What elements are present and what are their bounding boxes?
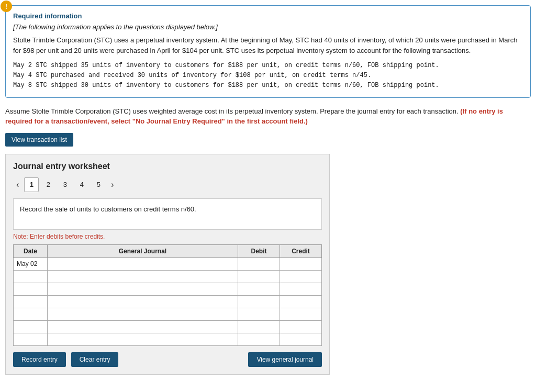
row-6-debit-cell[interactable] bbox=[238, 333, 280, 345]
row-6-journal-input[interactable] bbox=[48, 333, 238, 345]
next-tab-button[interactable]: › bbox=[108, 179, 117, 191]
row-3-credit-cell[interactable] bbox=[280, 295, 322, 308]
transaction-1: May 2 STC shipped 35 units of inventory … bbox=[13, 61, 523, 71]
row-5-credit-input[interactable] bbox=[280, 321, 321, 333]
table-row bbox=[14, 320, 322, 333]
row-0-journal-input[interactable] bbox=[48, 258, 238, 270]
col-header-credit: Credit bbox=[280, 244, 322, 257]
instructions: Assume Stolte Trimble Corporation (STC) … bbox=[5, 106, 531, 127]
record-entry-button[interactable]: Record entry bbox=[13, 352, 66, 367]
row-2-credit-cell[interactable] bbox=[280, 283, 322, 295]
row-2-debit-input[interactable] bbox=[238, 283, 280, 295]
row-2-journal-cell[interactable] bbox=[48, 283, 238, 295]
note-text: Note: Enter debits before credits. bbox=[13, 233, 322, 240]
transaction-3: May 8 STC shipped 30 units of inventory … bbox=[13, 81, 523, 91]
row-6-credit-cell[interactable] bbox=[280, 333, 322, 345]
tab-1[interactable]: 1 bbox=[24, 177, 39, 192]
row-5-journal-cell[interactable] bbox=[48, 320, 238, 333]
view-general-journal-button[interactable]: View general journal bbox=[248, 352, 322, 367]
row-3-journal-input[interactable] bbox=[48, 296, 238, 308]
col-header-journal: General Journal bbox=[48, 244, 238, 257]
row-1-date bbox=[14, 270, 48, 283]
row-1-credit-input[interactable] bbox=[280, 271, 321, 283]
row-5-journal-input[interactable] bbox=[48, 321, 238, 333]
worksheet-container: Journal entry worksheet ‹ 1 2 3 4 5 › Re… bbox=[5, 154, 330, 375]
row-0-credit-cell[interactable] bbox=[280, 257, 322, 270]
row-2-credit-input[interactable] bbox=[280, 283, 321, 295]
row-4-journal-input[interactable] bbox=[48, 308, 238, 320]
row-6-credit-input[interactable] bbox=[280, 333, 321, 345]
row-3-debit-input[interactable] bbox=[238, 296, 280, 308]
row-6-date bbox=[14, 333, 48, 345]
row-1-journal-cell[interactable] bbox=[48, 270, 238, 283]
row-1-credit-cell[interactable] bbox=[280, 270, 322, 283]
row-5-debit-cell[interactable] bbox=[238, 320, 280, 333]
table-row bbox=[14, 333, 322, 345]
row-5-debit-input[interactable] bbox=[238, 321, 280, 333]
row-3-date bbox=[14, 295, 48, 308]
row-4-debit-cell[interactable] bbox=[238, 308, 280, 320]
row-0-date: May 02 bbox=[14, 257, 48, 270]
table-row: May 02 bbox=[14, 257, 322, 270]
description-box: Record the sale of units to customers on… bbox=[13, 198, 322, 230]
warning-icon: ! bbox=[1, 1, 12, 12]
info-box: ! Required information [The following in… bbox=[5, 5, 531, 98]
row-3-journal-cell[interactable] bbox=[48, 295, 238, 308]
table-row bbox=[14, 270, 322, 283]
row-1-journal-input[interactable] bbox=[48, 271, 238, 283]
row-6-journal-cell[interactable] bbox=[48, 333, 238, 345]
row-0-debit-input[interactable] bbox=[238, 258, 280, 270]
view-transaction-button[interactable]: View transaction list bbox=[5, 133, 73, 147]
row-0-credit-input[interactable] bbox=[280, 258, 321, 270]
clear-entry-button[interactable]: Clear entry bbox=[71, 352, 119, 367]
worksheet-title: Journal entry worksheet bbox=[13, 162, 322, 171]
row-0-journal-cell[interactable] bbox=[48, 257, 238, 270]
row-5-credit-cell[interactable] bbox=[280, 320, 322, 333]
tab-4[interactable]: 4 bbox=[74, 177, 89, 192]
row-2-date bbox=[14, 283, 48, 295]
tab-3[interactable]: 3 bbox=[58, 177, 72, 192]
row-1-debit-cell[interactable] bbox=[238, 270, 280, 283]
row-4-date bbox=[14, 308, 48, 320]
row-6-debit-input[interactable] bbox=[238, 333, 280, 345]
row-2-debit-cell[interactable] bbox=[238, 283, 280, 295]
info-box-title: Required information bbox=[13, 12, 523, 20]
prev-tab-button[interactable]: ‹ bbox=[13, 179, 22, 191]
col-header-debit: Debit bbox=[238, 244, 280, 257]
description-text: Record the sale of units to customers on… bbox=[20, 205, 196, 213]
info-box-body: Stolte Trimble Corporation (STC) uses a … bbox=[13, 35, 523, 55]
journal-table: Date General Journal Debit Credit May 02 bbox=[13, 244, 322, 346]
row-3-debit-cell[interactable] bbox=[238, 295, 280, 308]
row-5-date bbox=[14, 320, 48, 333]
row-3-credit-input[interactable] bbox=[280, 296, 321, 308]
row-0-debit-cell[interactable] bbox=[238, 257, 280, 270]
row-4-journal-cell[interactable] bbox=[48, 308, 238, 320]
row-1-debit-input[interactable] bbox=[238, 271, 280, 283]
bottom-buttons: Record entry Clear entry View general jo… bbox=[13, 352, 322, 367]
instructions-text1: Assume Stolte Trimble Corporation (STC) … bbox=[5, 107, 459, 115]
col-header-date: Date bbox=[14, 244, 48, 257]
transaction-2: May 4 STC purchased and received 30 unit… bbox=[13, 71, 523, 81]
table-row bbox=[14, 295, 322, 308]
info-box-transactions: May 2 STC shipped 35 units of inventory … bbox=[13, 61, 523, 91]
table-row bbox=[14, 283, 322, 295]
info-box-subtitle: [The following information applies to th… bbox=[13, 23, 523, 31]
tab-5[interactable]: 5 bbox=[91, 177, 106, 192]
table-row bbox=[14, 308, 322, 320]
tab-navigation: ‹ 1 2 3 4 5 › bbox=[13, 177, 322, 192]
row-4-credit-input[interactable] bbox=[280, 308, 321, 320]
row-4-credit-cell[interactable] bbox=[280, 308, 322, 320]
row-2-journal-input[interactable] bbox=[48, 283, 238, 295]
tab-2[interactable]: 2 bbox=[41, 177, 55, 192]
row-4-debit-input[interactable] bbox=[238, 308, 280, 320]
